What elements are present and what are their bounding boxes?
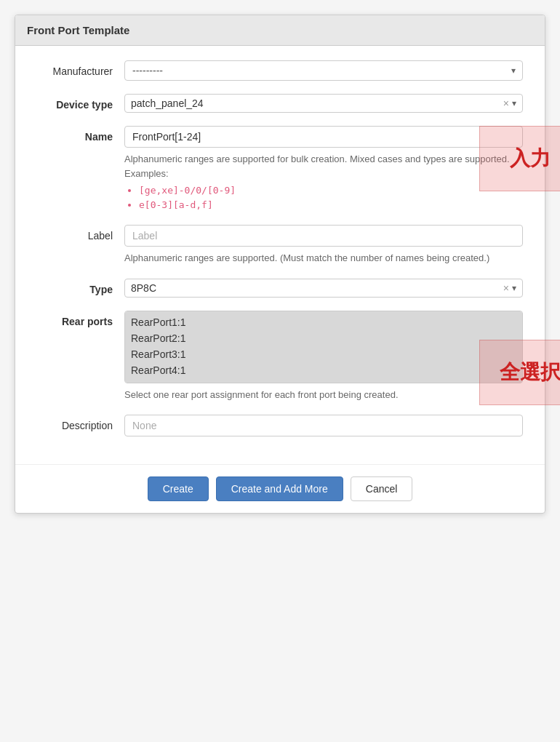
manufacturer-select-wrapper[interactable]: --------- [124, 60, 523, 81]
name-label: Name [37, 126, 124, 143]
manufacturer-field-group: Manufacturer --------- [37, 60, 523, 81]
label-field-group: Label Alphanumeric ranges are supported.… [37, 225, 523, 266]
modal-header: Front Port Template [15, 15, 545, 46]
rear-ports-label: Rear ports [37, 311, 124, 327]
type-select-wrapper[interactable]: 8P8C × ▾ [124, 279, 523, 298]
device-type-field-group: Device type patch_panel_24 × ▾ [37, 94, 523, 113]
type-value: 8P8C [131, 282, 503, 294]
type-clear-icon[interactable]: × [503, 282, 509, 294]
rear-ports-help-text: Select one rear port assignment for each… [124, 388, 523, 402]
manufacturer-control: --------- [124, 60, 523, 81]
device-type-arrow-icon: ▾ [512, 98, 516, 108]
label-input[interactable] [124, 225, 523, 247]
name-help-text: Alphanumeric ranges are supported for bu… [124, 152, 523, 212]
type-field-group: Type 8P8C × ▾ [37, 279, 523, 298]
type-label: Type [37, 279, 124, 295]
device-type-control: patch_panel_24 × ▾ [124, 94, 523, 113]
rear-ports-field-group: Rear ports RearPort1:1 RearPort2:1 RearP… [37, 311, 523, 402]
name-input[interactable] [124, 126, 523, 148]
create-and-add-more-button[interactable]: Create and Add More [216, 476, 343, 501]
rear-port-option-3[interactable]: RearPort3:1 [125, 346, 522, 362]
device-type-label: Device type [37, 94, 124, 111]
name-example-2: e[0-3][a-d,f] [139, 198, 523, 212]
modal-body: Manufacturer --------- Device type patch… [15, 46, 545, 464]
device-type-select-wrapper[interactable]: patch_panel_24 × ▾ [124, 94, 523, 113]
manufacturer-select[interactable]: --------- [124, 60, 523, 81]
label-label: Label [37, 225, 124, 242]
device-type-value: patch_panel_24 [131, 97, 503, 109]
description-input[interactable] [124, 415, 523, 436]
modal-title: Front Port Template [27, 24, 533, 36]
description-control [124, 415, 523, 436]
name-example-1: [ge,xe]-0/0/[0-9] [139, 183, 523, 198]
rear-port-option-2[interactable]: RearPort2:1 [125, 330, 522, 346]
modal-dialog: Front Port Template Manufacturer -------… [15, 15, 545, 514]
create-button[interactable]: Create [148, 476, 209, 501]
type-control: 8P8C × ▾ [124, 279, 523, 298]
description-field-group: Description [37, 415, 523, 436]
device-type-clear-icon[interactable]: × [503, 97, 509, 109]
rear-ports-control: RearPort1:1 RearPort2:1 RearPort3:1 Rear… [124, 311, 523, 402]
name-field-group: Name 入力 Alphanumeric ranges are supporte… [37, 126, 523, 212]
rear-ports-select[interactable]: RearPort1:1 RearPort2:1 RearPort3:1 Rear… [124, 311, 523, 383]
name-help-text-main: Alphanumeric ranges are supported for bu… [124, 153, 510, 179]
label-help-text: Alphanumeric ranges are supported. (Must… [124, 251, 523, 266]
cancel-button[interactable]: Cancel [351, 476, 413, 501]
name-control: 入力 Alphanumeric ranges are supported for… [124, 126, 523, 212]
rear-port-option-1[interactable]: RearPort1:1 [125, 314, 522, 330]
type-arrow-icon: ▾ [512, 283, 516, 293]
manufacturer-label: Manufacturer [37, 60, 124, 77]
rear-port-option-5[interactable]: RearPort5:1 [125, 378, 522, 383]
label-control: Alphanumeric ranges are supported. (Must… [124, 225, 523, 266]
rear-port-option-4[interactable]: RearPort4:1 [125, 362, 522, 378]
description-label: Description [37, 415, 124, 431]
name-examples-list: [ge,xe]-0/0/[0-9] e[0-3][a-d,f] [124, 183, 523, 212]
modal-footer: Create Create and Add More Cancel [15, 464, 545, 513]
